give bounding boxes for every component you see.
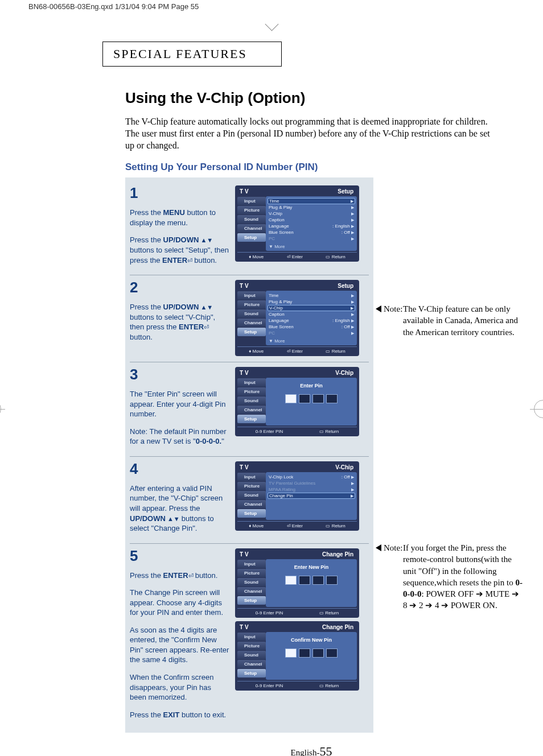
intro-text: The V-Chip feature automatically locks o… bbox=[125, 116, 497, 151]
menu-item: Change Pin ▶ bbox=[268, 493, 355, 499]
menu-tab: Sound bbox=[237, 491, 266, 499]
steps-container: 1 Press the MENU button to display the m… bbox=[125, 177, 373, 733]
menu-tab: Channel bbox=[237, 500, 266, 509]
menu-item: V-Chip Lock: Off ▶ bbox=[269, 474, 354, 480]
menu-tab: Channel bbox=[237, 660, 266, 668]
subheading: Setting Up Your Personal ID Number (PIN) bbox=[125, 162, 497, 173]
step-2: 2 Press the UP/DOWN ▲▼ buttons to select… bbox=[130, 275, 369, 362]
menu-tabs: InputPictureSoundChannelSetup bbox=[237, 196, 266, 251]
pin-input-boxes bbox=[269, 394, 354, 403]
menu-tab: Picture bbox=[237, 387, 266, 396]
step-number: 3 bbox=[130, 367, 229, 382]
menu-item: Time ▶ bbox=[268, 198, 355, 204]
crop-mark-top bbox=[0, 13, 543, 36]
menu-item: Language: English ▶ bbox=[269, 223, 354, 229]
menu-tab: Setup bbox=[237, 328, 266, 336]
menu-tab: Setup bbox=[237, 415, 266, 423]
menu-tab: Sound bbox=[237, 215, 266, 224]
menu-tab: Picture bbox=[237, 206, 266, 214]
triangle-left-icon bbox=[376, 305, 381, 312]
step-1: 1 Press the MENU button to display the m… bbox=[130, 181, 369, 275]
page-title: Using the V-Chip (Option) bbox=[125, 89, 497, 107]
menu-item: PC ▶ bbox=[269, 330, 354, 336]
menu-tab: Picture bbox=[237, 482, 266, 490]
menu-tab: Input bbox=[237, 291, 266, 300]
menu-item: Plug & Play ▶ bbox=[269, 204, 354, 210]
print-header: BN68-00656B-03Eng.qxd 1/31/04 9:04 PM Pa… bbox=[0, 0, 543, 13]
page-footer: English-55 bbox=[125, 744, 497, 756]
step-number: 4 bbox=[130, 461, 229, 476]
menu-screenshot-setup-vchip: T VSetup InputPictureSoundChannelSetup T… bbox=[235, 280, 359, 356]
step-number: 2 bbox=[130, 280, 229, 295]
menu-tab: Sound bbox=[237, 396, 266, 405]
menu-screenshot-vchip-menu: T VV-Chip InputPictureSoundChannelSetup … bbox=[235, 461, 359, 531]
menu-tab: Input bbox=[237, 197, 266, 205]
step-number: 1 bbox=[130, 185, 229, 200]
menu-tab: Input bbox=[237, 633, 266, 641]
menu-screenshot-setup: T VSetup InputPictureSoundChannelSetup T… bbox=[235, 185, 359, 262]
triangle-left-icon bbox=[376, 544, 381, 551]
menu-item: MPAA Rating ▶ bbox=[269, 486, 354, 493]
menu-tab: Picture bbox=[237, 300, 266, 309]
note-text: The V-Chip feature can be only available… bbox=[403, 304, 518, 337]
menu-screenshot-confirm-pin: T VChange Pin InputPictureSoundChannelSe… bbox=[235, 621, 359, 691]
note-2: Note: If you forget the Pin, press the r… bbox=[376, 542, 524, 612]
section-header: SPECIAL FEATURES bbox=[102, 42, 282, 67]
menu-tab: Sound bbox=[237, 309, 266, 318]
step-4: 4 After entering a valid PIN number, the… bbox=[130, 456, 369, 543]
menu-tab: Picture bbox=[237, 569, 266, 577]
note-label: Note: bbox=[384, 303, 402, 315]
menu-tab: Setup bbox=[237, 509, 266, 518]
step-5: 5 Press the ENTER⏎ button. The Change Pi… bbox=[130, 543, 369, 730]
menu-item: Language: English ▶ bbox=[269, 317, 354, 324]
menu-item: Blue Screen: Off ▶ bbox=[269, 324, 354, 330]
note-1: Note: The V-Chip feature can be only ava… bbox=[376, 303, 524, 338]
menu-item: Caption ▶ bbox=[269, 217, 354, 223]
menu-item: PC ▶ bbox=[269, 236, 354, 242]
menu-item: Caption ▶ bbox=[269, 311, 354, 317]
menu-screenshot-change-pin: T VChange Pin InputPictureSoundChannelSe… bbox=[235, 548, 359, 618]
menu-tab: Setup bbox=[237, 669, 266, 677]
menu-tab: Channel bbox=[237, 224, 266, 233]
menu-tab: Sound bbox=[237, 651, 266, 659]
note-label: Note: bbox=[384, 542, 402, 553]
menu-item: V-Chip ▶ bbox=[269, 210, 354, 217]
menu-tab: Setup bbox=[237, 596, 266, 605]
menu-item: V-Chip ▶ bbox=[268, 305, 355, 311]
menu-tab: Input bbox=[237, 473, 266, 481]
menu-item: Plug & Play ▶ bbox=[269, 299, 354, 305]
menu-tab: Channel bbox=[237, 319, 266, 327]
menu-tab: Input bbox=[237, 560, 266, 568]
menu-item: Time ▶ bbox=[269, 292, 354, 299]
menu-tab: Input bbox=[237, 378, 266, 387]
page-content: SPECIAL FEATURES Using the V-Chip (Optio… bbox=[0, 36, 543, 756]
menu-tab: Channel bbox=[237, 406, 266, 414]
step-number: 5 bbox=[130, 548, 229, 563]
step-3: 3 The "Enter Pin" screen will appear. En… bbox=[130, 362, 369, 456]
note-text: If you forget the Pin, press the remote-… bbox=[403, 543, 523, 610]
menu-tab: Picture bbox=[237, 642, 266, 650]
menu-tab: Setup bbox=[237, 233, 266, 242]
menu-item: Blue Screen: Off ▶ bbox=[269, 229, 354, 236]
menu-item: TV Parental Guidelines ▶ bbox=[269, 480, 354, 486]
menu-tab: Channel bbox=[237, 587, 266, 596]
menu-tab: Sound bbox=[237, 578, 266, 586]
menu-screenshot-enter-pin: T VV-Chip InputPictureSoundChannelSetup … bbox=[235, 367, 359, 436]
